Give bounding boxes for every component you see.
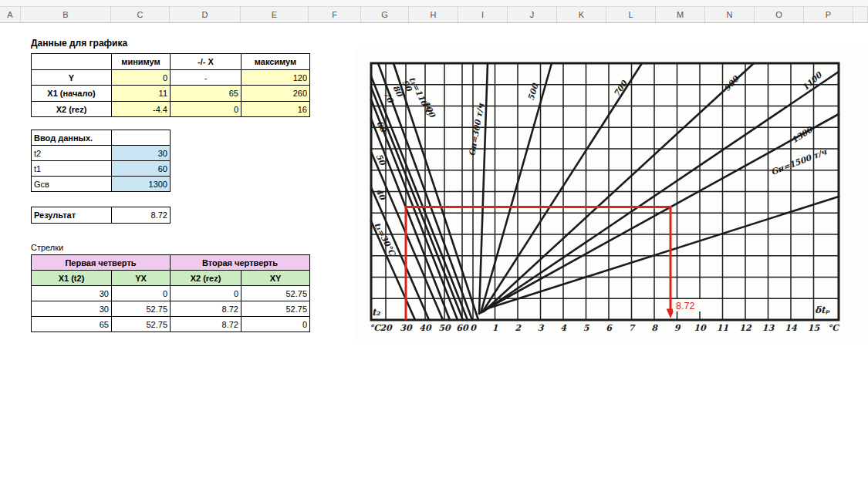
table-dannye-title[interactable]: Данные для графика (31, 38, 127, 49)
cell[interactable]: X1 (начало) (32, 86, 112, 102)
cell[interactable]: 0 (171, 286, 241, 301)
cell[interactable]: 0 (241, 317, 310, 332)
axis-tick-label: 3 (538, 323, 545, 333)
cell[interactable]: 8.72 (171, 301, 241, 317)
cell[interactable]: X2 (rez) (171, 271, 241, 286)
column-header-C[interactable]: C (111, 7, 170, 22)
cell[interactable]: 16 (241, 102, 310, 117)
cell[interactable]: 0 (112, 286, 171, 301)
cell[interactable]: Gсв (32, 177, 112, 192)
column-header-A[interactable]: A (0, 7, 21, 22)
table-strelki: Первая четверть Вторая чертверть X1 (t2)… (31, 254, 310, 332)
cell[interactable]: Результат (32, 207, 112, 224)
column-header-K[interactable]: K (557, 7, 606, 22)
nomogram-chart-image[interactable]: t₁=30°C405060708090100t₁=110°CGн=300 т/ч… (355, 42, 868, 347)
axis-tick-label: 10 (694, 323, 707, 333)
column-header-L[interactable]: L (606, 7, 656, 22)
cell[interactable]: -/- X (171, 54, 241, 70)
cell[interactable]: 65 (171, 86, 241, 102)
axis-tick-label: 8 (651, 323, 658, 333)
cell[interactable]: максимум (241, 54, 310, 70)
result-cell[interactable]: 8.72 (112, 207, 171, 224)
cell[interactable]: 52.75 (241, 286, 310, 301)
axis-tick-label: 13 (762, 323, 775, 333)
cell[interactable]: 52.75 (112, 301, 171, 317)
axis-tick-label: 1 (492, 323, 498, 333)
column-header-N[interactable]: N (705, 7, 755, 22)
axis-name-label: t₂ (372, 307, 381, 318)
cell[interactable]: 11 (112, 86, 171, 102)
axis-tick-label: 40 (419, 323, 432, 333)
cell[interactable] (112, 130, 171, 146)
cell[interactable]: Ввод данных. (32, 130, 112, 146)
column-header-M[interactable]: M (656, 7, 705, 22)
cell[interactable]: -4.4 (112, 102, 171, 117)
cell[interactable]: Вторая чертверть (171, 255, 310, 271)
column-header-F[interactable]: F (309, 7, 361, 22)
cell[interactable]: 120 (241, 70, 310, 86)
column-header-J[interactable]: J (508, 7, 557, 22)
cell[interactable]: X2 (rez) (32, 102, 112, 117)
cell[interactable]: Y (32, 70, 112, 86)
column-header-I[interactable]: I (458, 7, 508, 22)
cell[interactable]: t1 (32, 161, 112, 177)
cell[interactable]: 30 (32, 286, 112, 301)
axis-tick-label: 14 (785, 323, 797, 333)
cell[interactable]: 260 (241, 86, 310, 102)
column-header-P[interactable]: P (804, 7, 853, 22)
axis-tick-label: 15 (808, 323, 821, 333)
nomogram-svg: t₁=30°C405060708090100t₁=110°CGн=300 т/ч… (355, 42, 868, 347)
column-header-partial (853, 7, 868, 22)
axis-tick-label: 11 (717, 323, 729, 333)
column-header-H[interactable]: H (409, 7, 458, 22)
axis-tick-label: °C (828, 323, 840, 333)
column-header-row: ABCDEFGHIJKLMNOP (0, 6, 868, 23)
cell[interactable]: 8.72 (171, 317, 241, 332)
cell[interactable]: XY (241, 271, 310, 286)
cell[interactable]: 65 (32, 317, 112, 332)
column-header-O[interactable]: O (755, 7, 804, 22)
axis-tick-label: 0 (470, 323, 477, 333)
axis-name-label: δtₚ (815, 305, 830, 315)
axis-tick-label: 7 (629, 323, 636, 333)
input-cell-t2[interactable]: 30 (112, 146, 171, 161)
axis-tick-label: 9 (674, 323, 681, 333)
table-strelki-title[interactable]: Стрелки (31, 243, 63, 252)
cell[interactable]: X1 (t2) (32, 271, 112, 286)
cell[interactable]: 52.75 (241, 301, 310, 317)
column-header-B[interactable]: B (21, 7, 111, 22)
cell[interactable]: - (171, 70, 241, 86)
axis-tick-label: 60 (456, 323, 469, 333)
axis-tick-label: 5 (583, 323, 590, 333)
table-vvod: Ввод данных. t2 30 t1 60 Gсв 1300 (31, 130, 171, 192)
column-header-D[interactable]: D (170, 7, 241, 22)
table-dannye: минимум -/- X максимум Y 0 - 120 X1 (нач… (31, 53, 310, 117)
input-cell-t1[interactable]: 60 (112, 161, 171, 177)
axis-tick-label: 4 (560, 323, 566, 333)
cell[interactable]: YX (112, 271, 171, 286)
axis-tick-label: 20 (380, 323, 393, 333)
cell[interactable]: 30 (32, 301, 112, 317)
axis-tick-label: 6 (606, 323, 613, 333)
table-rezultat: Результат 8.72 (31, 207, 171, 224)
cell[interactable] (32, 54, 112, 70)
cell[interactable]: t2 (32, 146, 112, 161)
spreadsheet-window: { "window": { "columns": ["A","B","C","D… (0, 0, 868, 488)
cell[interactable]: 52.75 (112, 317, 171, 332)
input-cell-gsv[interactable]: 1300 (112, 177, 171, 192)
column-header-E[interactable]: E (241, 7, 309, 22)
column-header-G[interactable]: G (361, 7, 409, 22)
axis-tick-label: 2 (515, 323, 522, 333)
axis-tick-label: 30 (400, 323, 413, 333)
axis-tick-label: 50 (438, 323, 451, 333)
axis-tick-label: 12 (739, 323, 752, 333)
cell[interactable]: Первая четверть (32, 255, 171, 271)
cell[interactable]: 0 (112, 70, 171, 86)
cell[interactable]: минимум (112, 54, 171, 70)
red-result-label: 8.72 (676, 301, 694, 311)
cell[interactable]: 0 (171, 102, 241, 117)
